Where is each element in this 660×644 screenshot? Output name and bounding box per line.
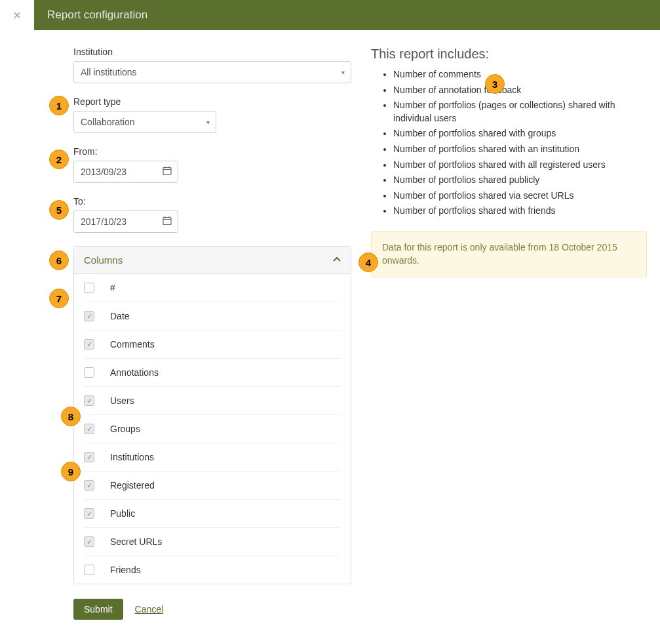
callout-5: 5 [49,200,69,220]
report-type-select[interactable]: Collaboration [73,111,216,133]
column-label: Public [110,508,135,519]
institution-select[interactable]: All institutions [73,61,351,83]
callout-9: 9 [61,462,81,481]
from-date-wrap[interactable] [73,161,178,183]
close-icon: × [13,8,21,23]
callout-1: 1 [49,96,69,115]
callout-3: 3 [485,74,505,94]
column-row: Registered [84,472,341,500]
column-checkbox[interactable] [84,536,94,547]
column-checkbox[interactable] [84,508,94,519]
form-left-column: Institution All institutions ▾ Report ty… [73,47,351,620]
institution-field: Institution All institutions ▾ [73,47,351,83]
column-label: Date [110,311,130,321]
column-checkbox[interactable] [84,480,94,491]
to-date-input[interactable] [73,211,178,233]
includes-item: Number of portfolios shared with an inst… [393,142,647,157]
content-area: 11 Institution All institutions ▾ Report… [0,30,660,639]
column-row: Date [84,302,341,331]
includes-item: Number of portfolios shared via secret U… [393,188,647,204]
column-checkbox[interactable] [84,565,94,575]
callout-4: 4 [359,252,378,272]
modal-header: × Report configuration [0,0,660,30]
includes-item: Number of portfolios shared with friends [393,203,647,219]
column-checkbox[interactable] [84,283,94,293]
column-row: Institutions [84,443,341,472]
column-checkbox[interactable] [84,311,94,321]
column-label: # [110,283,115,293]
modal-title: Report configuration [34,9,147,22]
callout-6: 6 [49,251,69,270]
columns-panel-title: Columns [84,254,123,266]
column-label: Comments [110,339,155,350]
includes-list: Number of commentsNumber of annotation f… [371,67,647,219]
form-buttons: Submit Cancel [73,599,351,620]
from-label: From: [73,146,351,157]
column-label: Annotations [110,367,159,378]
callout-7: 7 [49,289,69,308]
institution-select-wrap[interactable]: All institutions ▾ [73,61,351,83]
close-button[interactable]: × [0,0,34,30]
column-label: Registered [110,480,155,491]
column-row: Comments [84,331,341,359]
info-right-column: This report includes: Number of comments… [371,47,647,620]
column-label: Users [110,395,134,406]
from-date-field: From: [73,146,351,183]
callout-2: 2 [49,150,69,169]
callout-8: 8 [61,407,81,426]
report-type-field: Report type Collaboration ▾ [73,96,351,133]
column-row: Friends [84,556,341,584]
column-checkbox[interactable] [84,339,94,350]
from-date-input[interactable] [73,161,178,183]
includes-item: Number of comments [393,67,647,83]
cancel-link[interactable]: Cancel [135,604,164,614]
submit-button[interactable]: Submit [73,599,123,620]
includes-item: Number of portfolios shared with all reg… [393,157,647,173]
report-type-select-wrap[interactable]: Collaboration ▾ [73,111,216,133]
column-row: Groups [84,415,341,443]
column-label: Groups [110,424,140,434]
includes-title: This report includes: [371,47,647,62]
column-row: Users [84,387,341,415]
columns-panel-body: #DateCommentsAnnotationsUsersGroupsInsti… [74,274,351,584]
includes-item: Number of portfolios shared with groups [393,126,647,142]
columns-panel-header[interactable]: Columns [74,247,351,274]
includes-item: Number of portfolios (pages or collectio… [393,98,647,126]
column-row: Annotations [84,359,341,387]
column-checkbox[interactable] [84,424,94,434]
includes-item: Number of annotation feedback [393,83,647,98]
columns-panel: Columns #DateCommentsAnnotationsUsersGro… [73,246,351,584]
chevron-up-icon [333,255,341,265]
column-label: Friends [110,565,141,575]
column-row: Secret URLs [84,528,341,556]
info-alert: Data for this report is only available f… [371,231,647,277]
column-checkbox[interactable] [84,395,94,406]
column-row: Public [84,500,341,528]
includes-item: Number of portfolios shared publicly [393,172,647,188]
to-label: To: [73,196,351,207]
to-date-wrap[interactable] [73,211,178,233]
institution-label: Institution [73,47,351,57]
report-type-label: Report type [73,96,351,107]
column-label: Institutions [110,452,154,462]
column-row: # [84,274,341,302]
to-date-field: To: [73,196,351,233]
column-label: Secret URLs [110,536,162,547]
column-checkbox[interactable] [84,367,94,378]
column-checkbox[interactable] [84,452,94,462]
